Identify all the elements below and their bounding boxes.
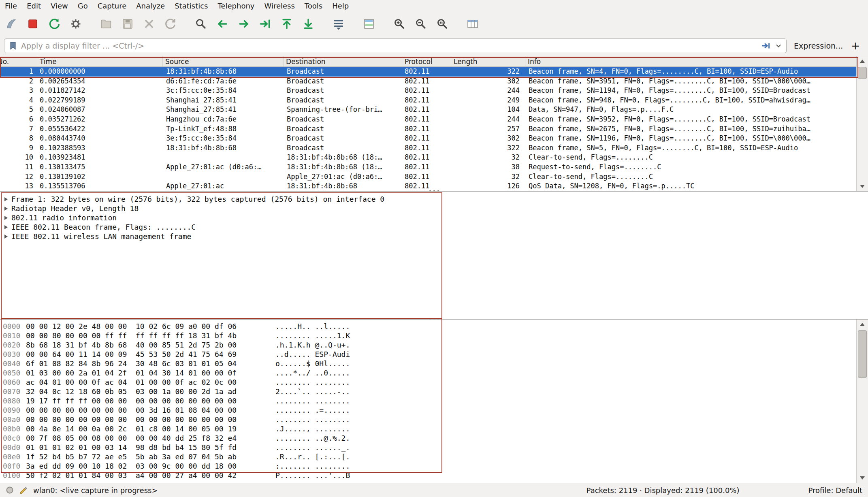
scrollbar-thumb[interactable] bbox=[858, 67, 867, 79]
column-header-info[interactable]: Info bbox=[525, 56, 856, 66]
pane-splitter-handle[interactable] bbox=[429, 190, 439, 192]
stop-capture-button[interactable] bbox=[24, 15, 42, 33]
scroll-up-arrow[interactable] bbox=[857, 320, 868, 329]
hex-row[interactable]: 001000 00 80 00 00 00 ff ff ff ff ff ff … bbox=[0, 331, 856, 340]
restart-capture-button[interactable] bbox=[45, 15, 63, 33]
save-file-button[interactable] bbox=[119, 15, 136, 33]
auto-scroll-button[interactable] bbox=[330, 15, 348, 33]
hex-row[interactable]: 00406f 01 08 82 84 8b 96 24 30 48 6c 03 … bbox=[0, 359, 856, 368]
expression-button[interactable]: Expression... bbox=[794, 41, 843, 50]
expander-triangle-icon[interactable] bbox=[4, 225, 8, 229]
hex-row[interactable]: 0060ac 04 01 00 00 0f ac 04 01 00 00 0f … bbox=[0, 378, 856, 387]
display-filter-input[interactable]: Apply a display filter ... <Ctrl-/> bbox=[4, 38, 787, 53]
menu-telephony[interactable]: Telephony bbox=[213, 0, 259, 12]
menu-analyze[interactable]: Analyze bbox=[131, 0, 170, 12]
packet-row-3[interactable]: 30.0118271423c:f5:cc:0e:35:84Broadcast80… bbox=[0, 86, 856, 96]
open-file-button[interactable] bbox=[97, 15, 115, 33]
pane-splitter-handle[interactable] bbox=[429, 318, 439, 320]
detail-line[interactable]: IEEE 802.11 Beacon frame, Flags: .......… bbox=[0, 222, 868, 232]
filter-dropdown-chevron-icon[interactable] bbox=[774, 42, 783, 50]
expander-triangle-icon[interactable] bbox=[4, 216, 8, 220]
cell-info: Beacon frame, SN=1194, FN=0, Flags=.....… bbox=[525, 86, 856, 96]
detail-line[interactable]: 802.11 radio information bbox=[0, 213, 868, 222]
hex-row[interactable]: 00b000 4a 0e 14 00 0a 00 2c 01 c8 00 14 … bbox=[0, 424, 856, 433]
expander-triangle-icon[interactable] bbox=[4, 207, 8, 211]
bookmark-icon[interactable] bbox=[8, 41, 18, 51]
go-first-packet-button[interactable] bbox=[278, 15, 296, 33]
filter-apply-icon[interactable] bbox=[761, 41, 771, 51]
hex-row[interactable]: 000000 00 12 00 2e 48 00 00 10 02 6c 09 … bbox=[0, 322, 856, 331]
menu-capture[interactable]: Capture bbox=[93, 0, 132, 12]
menu-edit[interactable]: Edit bbox=[22, 0, 46, 12]
hex-row[interactable]: 005001 03 00 00 2a 01 04 2f 01 04 30 14 … bbox=[0, 368, 856, 378]
packet-row-2[interactable]: 20.002654354d6:61:fe:cd:7a:6eBroadcast80… bbox=[0, 77, 856, 86]
profile-text[interactable]: Profile: Default bbox=[808, 486, 862, 495]
packet-row-1[interactable]: 10.00000000018:31:bf:4b:8b:68Broadcast80… bbox=[0, 67, 856, 77]
packet-row-4[interactable]: 40.022799189Shanghai_27:85:41Broadcast80… bbox=[0, 96, 856, 105]
zoom-in-button[interactable] bbox=[390, 15, 408, 33]
packet-row-11[interactable]: 110.130133475Apple_27:01:ac (d0:a6:…18:3… bbox=[0, 162, 856, 172]
column-header-protocol[interactable]: Protocol bbox=[402, 56, 451, 66]
hex-row[interactable]: 003000 00 64 00 11 14 00 09 45 53 50 2d … bbox=[0, 350, 856, 359]
menu-go[interactable]: Go bbox=[73, 0, 93, 12]
capture-comment-pencil-icon[interactable] bbox=[19, 486, 28, 495]
packet-list-scrollbar[interactable] bbox=[856, 56, 868, 191]
hex-row[interactable]: 009000 00 00 00 00 00 00 00 00 3d 16 01 … bbox=[0, 405, 856, 415]
cell-time: 0.130139102 bbox=[37, 172, 163, 182]
hex-row[interactable]: 010050 f2 02 01 01 84 00 03 a4 00 00 27 … bbox=[0, 471, 856, 480]
resize-columns-button[interactable] bbox=[464, 15, 482, 33]
packet-row-10[interactable]: 100.10392348118:31:bf:4b:8b:68 (18:…802.… bbox=[0, 153, 856, 162]
column-header-length[interactable]: Length bbox=[451, 56, 525, 66]
detail-line[interactable]: Radiotap Header v0, Length 18 bbox=[0, 204, 868, 213]
column-header-source[interactable]: Source bbox=[163, 56, 284, 66]
hex-row[interactable]: 00d001 01 01 02 01 00 03 14 98 d8 bd b4 … bbox=[0, 443, 856, 452]
capture-options-button[interactable] bbox=[67, 15, 85, 33]
close-file-button[interactable] bbox=[140, 15, 158, 33]
zoom-original-button[interactable] bbox=[433, 15, 451, 33]
expander-triangle-icon[interactable] bbox=[4, 197, 8, 201]
detail-line[interactable]: IEEE 802.11 wireless LAN management fram… bbox=[0, 232, 868, 241]
go-forward-button[interactable] bbox=[235, 15, 253, 33]
packet-row-5[interactable]: 50.024060087Shanghai_27:85:41Spanning-tr… bbox=[0, 105, 856, 115]
detail-line[interactable]: Frame 1: 322 bytes on wire (2576 bits), … bbox=[0, 194, 868, 204]
scroll-up-arrow[interactable] bbox=[857, 56, 868, 66]
reload-file-button[interactable] bbox=[162, 15, 179, 33]
hex-row[interactable]: 00a000 00 00 00 00 00 00 00 00 00 00 00 … bbox=[0, 415, 856, 424]
column-header-time[interactable]: Time bbox=[37, 56, 163, 66]
hex-row[interactable]: 00c000 7f 08 05 00 08 00 00 00 00 40 dd … bbox=[0, 433, 856, 443]
column-header-no[interactable]: No. bbox=[0, 56, 37, 66]
packet-row-13[interactable]: 130.135513706Apple_27:01:ac18:31:bf:4b:8… bbox=[0, 181, 856, 191]
scrollbar-thumb[interactable] bbox=[858, 330, 867, 378]
go-last-packet-button[interactable] bbox=[299, 15, 317, 33]
scroll-down-arrow[interactable] bbox=[857, 181, 868, 191]
hex-row[interactable]: 00e01f 52 b4 b5 b7 72 ae e5 5b ab 3a ed … bbox=[0, 452, 856, 461]
hex-row[interactable]: 00208b 68 18 31 bf 4b 8b 68 40 00 85 51 … bbox=[0, 340, 856, 350]
go-to-packet-button[interactable] bbox=[256, 15, 274, 33]
menu-wireless[interactable]: Wireless bbox=[259, 0, 299, 12]
packet-row-6[interactable]: 60.035271262Hangzhou_cd:7a:6eBroadcast80… bbox=[0, 115, 856, 124]
packet-row-7[interactable]: 70.055536422Tp-LinkT_ef:48:88Broadcast80… bbox=[0, 124, 856, 134]
hex-ascii: ........ ........ bbox=[275, 415, 350, 424]
expert-info-icon[interactable] bbox=[6, 486, 14, 494]
hex-row[interactable]: 00f03a ed dd 09 00 10 18 02 03 00 9c 00 … bbox=[0, 461, 856, 471]
hex-row[interactable]: 008019 17 ff ff ff 00 00 00 00 00 00 00 … bbox=[0, 396, 856, 405]
start-capture-button[interactable] bbox=[2, 15, 20, 33]
menu-file[interactable]: File bbox=[0, 0, 22, 12]
packet-row-9[interactable]: 90.10238859318:31:bf:4b:8b:68Broadcast80… bbox=[0, 143, 856, 153]
scroll-down-arrow[interactable] bbox=[857, 473, 868, 483]
go-back-button[interactable] bbox=[213, 15, 231, 33]
hex-row[interactable]: 007032 04 0c 12 18 60 0b 05 03 00 1a 00 … bbox=[0, 387, 856, 396]
colorize-packets-button[interactable] bbox=[360, 15, 378, 33]
column-header-destination[interactable]: Destination bbox=[284, 56, 402, 66]
filter-add-button[interactable]: + bbox=[851, 41, 860, 51]
menu-tools[interactable]: Tools bbox=[300, 0, 327, 12]
packet-bytes-scrollbar[interactable] bbox=[856, 320, 868, 483]
find-packet-button[interactable] bbox=[192, 15, 210, 33]
menu-statistics[interactable]: Statistics bbox=[170, 0, 213, 12]
expander-triangle-icon[interactable] bbox=[4, 235, 8, 239]
packet-row-12[interactable]: 120.130139102Apple_27:01:ac (d0:a6:…802.… bbox=[0, 172, 856, 182]
zoom-out-button[interactable] bbox=[412, 15, 430, 33]
packet-row-8[interactable]: 80.0804437403e:f5:cc:0e:35:84Broadcast80… bbox=[0, 134, 856, 143]
menu-help[interactable]: Help bbox=[327, 0, 354, 12]
menu-view[interactable]: View bbox=[46, 0, 73, 12]
